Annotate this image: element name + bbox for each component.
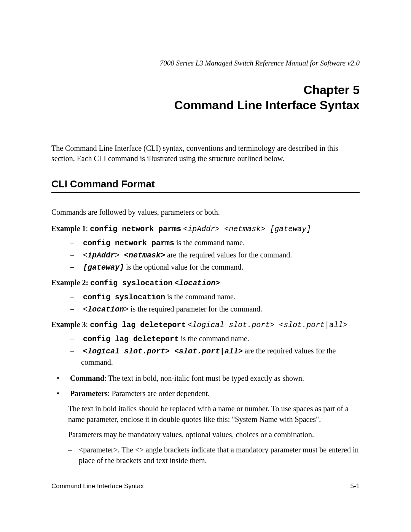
running-header: 7000 Series L3 Managed Switch Reference … [51,59,360,70]
list-item: <ipAddr> <netmask> are the required valu… [70,249,360,261]
manual-title: 7000 Series L3 Managed Switch Reference … [160,59,360,67]
list-item: Parameters: Parameters are order depende… [57,388,360,466]
list-item: Command: The text in bold, non-italic fo… [57,373,360,383]
example3-details: config lag deleteport is the command nam… [70,333,360,367]
example1-cmd: config network parms [90,225,181,233]
footer: Command Line Interface Syntax 5-1 [51,480,360,490]
example3-args: <logical slot.port> <slot.port|all> [188,321,347,329]
example1-details: config network parms is the command name… [70,237,360,273]
list-item: config network parms is the command name… [70,237,360,249]
example3-line: Example 3: config lag deleteport <logica… [51,320,360,329]
inner-dash-list: <parameter>. The <> angle brackets indic… [68,444,360,466]
chapter-title: Chapter 5 Command Line Interface Syntax [51,82,360,113]
list-item: config lag deleteport is the command nam… [70,333,360,345]
list-item: <parameter>. The <> angle brackets indic… [68,444,360,466]
page: 7000 Series L3 Managed Switch Reference … [0,0,411,532]
example1-label: Example 1 [51,224,86,233]
section-heading: CLI Command Format [51,178,360,193]
chapter-number: Chapter 5 [303,83,360,97]
footer-page-number: 5-1 [350,482,360,490]
list-item: config syslocation is the command name. [70,291,360,303]
example2-cmd: config syslocation [90,279,172,288]
list-item: [gateway] is the optional value for the … [70,262,360,273]
example1-line: Example 1: config network parms <ipAddr>… [51,224,360,233]
list-item: <location> is the required parameter for… [70,304,360,315]
example2-details: config syslocation is the command name. … [70,291,360,315]
example2-label: Example 2: [51,278,88,287]
example2-line: Example 2: config syslocation <location> [51,278,360,288]
example1-args: <ipAddr> <netmask> [gateway] [183,225,311,233]
notes-list: Command: The text in bold, non-italic fo… [57,373,360,466]
lead-paragraph: Commands are followed by values, paramet… [51,207,360,217]
list-item: <logical slot.port> <slot.port|all> are … [70,345,360,367]
footer-left: Command Line Interface Syntax [51,482,144,490]
example3-label: Example 3 [51,320,86,329]
chapter-name: Command Line Interface Syntax [174,98,360,112]
example3-cmd: config lag deleteport [90,321,186,329]
intro-paragraph: The Command Line Interface (CLI) syntax,… [51,143,360,164]
